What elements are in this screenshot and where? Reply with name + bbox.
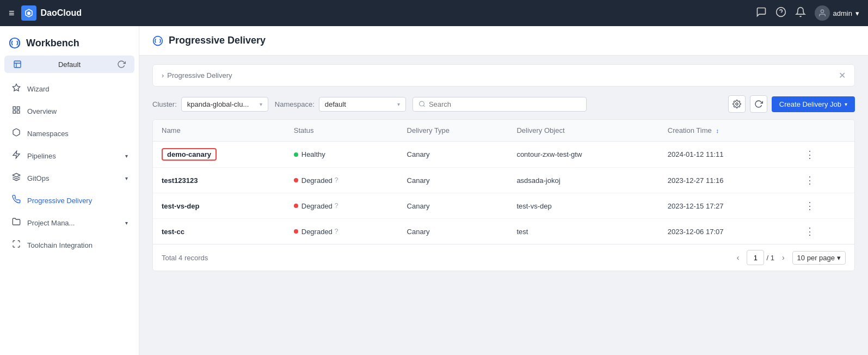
toolbar: Cluster: kpanda-global-clu... ▾ Namespac… <box>152 95 855 113</box>
table-row: test-vs-dep Degraded? Canary test-vs-dep… <box>153 193 854 219</box>
col-actions <box>793 120 854 142</box>
sidebar-item-gitops[interactable]: GitOps ▾ <box>2 167 137 189</box>
name-value[interactable]: demo-canary <box>162 148 217 161</box>
table-row: test123123 Degraded? Canary asdsada-joko… <box>153 168 854 193</box>
prev-page-button[interactable]: ‹ <box>734 251 743 264</box>
breadcrumb-arrow-icon: › <box>162 71 164 79</box>
topnav-right: admin ▾ <box>756 5 859 21</box>
create-delivery-job-button[interactable]: Create Delivery Job ▾ <box>772 96 855 112</box>
breadcrumb-close-icon[interactable]: ✕ <box>839 70 846 81</box>
sidebar-item-pipelines[interactable]: Pipelines ▾ <box>2 145 137 167</box>
cell-name: test-vs-dep <box>153 193 285 219</box>
namespace-select[interactable]: default ▾ <box>319 97 406 112</box>
svg-rect-8 <box>17 111 20 113</box>
cell-delivery-object: contour-zxw-test-gtw <box>508 142 658 168</box>
name-value[interactable]: test-vs-dep <box>162 202 199 210</box>
sidebar-item-label: Overview <box>27 107 57 115</box>
cluster-group: Cluster: kpanda-global-clu... ▾ <box>152 97 268 112</box>
settings-button[interactable] <box>728 95 746 113</box>
name-value[interactable]: test123123 <box>162 176 198 185</box>
workspace-refresh-icon[interactable] <box>117 60 126 69</box>
user-menu[interactable]: admin ▾ <box>815 5 859 21</box>
sidebar-nav: Wizard Overview Namespaces Pipelines ▾ <box>0 77 139 256</box>
breadcrumb-label: Progressive Delivery <box>167 71 232 79</box>
sort-icon[interactable]: ↕ <box>716 127 719 134</box>
cell-delivery-object: asdsada-jokoj <box>508 168 658 193</box>
sidebar-item-wizard[interactable]: Wizard <box>2 78 137 100</box>
status-label: Healthy <box>301 150 325 158</box>
search-icon <box>418 100 426 108</box>
cluster-value: kpanda-global-clu... <box>187 100 249 108</box>
namespace-value: default <box>325 100 346 108</box>
cell-status: Healthy <box>285 142 398 168</box>
overview-icon <box>11 106 22 117</box>
help-icon[interactable] <box>775 7 786 20</box>
create-btn-chevron-icon: ▾ <box>845 101 847 107</box>
breadcrumb: › Progressive Delivery <box>162 71 232 79</box>
sidebar-item-progressive-delivery[interactable]: Progressive Delivery <box>2 189 137 211</box>
svg-point-13 <box>736 103 738 105</box>
sidebar-item-toolchain[interactable]: Toolchain Integration <box>2 234 137 256</box>
table-body: demo-canary Healthy Canary contour-zxw-t… <box>153 142 854 244</box>
sidebar-item-label: Progressive Delivery <box>27 197 92 205</box>
daocloud-logo-icon <box>21 5 36 21</box>
sidebar-item-overview[interactable]: Overview <box>2 100 137 122</box>
name-value[interactable]: test-cc <box>162 228 184 236</box>
more-button[interactable]: ⋮ <box>802 148 818 161</box>
svg-rect-4 <box>14 61 21 68</box>
status-label: Degraded <box>301 176 333 185</box>
project-mana-icon <box>11 217 22 228</box>
chevron-down-icon: ▾ <box>125 220 128 226</box>
svg-line-12 <box>423 106 424 107</box>
more-button[interactable]: ⋮ <box>802 174 818 187</box>
next-page-button[interactable]: › <box>779 251 788 264</box>
sidebar-workbench: Workbench <box>0 26 139 56</box>
cluster-label: Cluster: <box>152 100 177 108</box>
chat-icon[interactable] <box>756 7 767 20</box>
cell-status: Degraded? <box>285 193 398 219</box>
svg-marker-9 <box>13 151 20 158</box>
breadcrumb-bar: › Progressive Delivery ✕ <box>152 64 855 87</box>
cell-creation-time: 2023-12-06 17:07 <box>659 219 793 244</box>
search-input[interactable] <box>429 100 581 108</box>
more-button[interactable]: ⋮ <box>802 225 818 238</box>
cell-creation-time: 2023-12-15 17:27 <box>659 193 793 219</box>
settings-icon <box>732 100 741 108</box>
col-delivery-type: Delivery Type <box>398 120 508 142</box>
per-page-select[interactable]: 10 per page ▾ <box>792 251 846 265</box>
bell-icon[interactable] <box>795 7 806 20</box>
sidebar-item-project-mana[interactable]: Project Mana... ▾ <box>2 212 137 234</box>
chevron-down-icon: ▾ <box>125 175 128 181</box>
user-name: admin <box>833 9 852 17</box>
workspace-icon <box>13 60 22 69</box>
sidebar-item-namespaces[interactable]: Namespaces <box>2 123 137 144</box>
more-button[interactable]: ⋮ <box>802 199 818 212</box>
help-icon[interactable]: ? <box>335 176 338 184</box>
cell-status: Degraded? <box>285 219 398 244</box>
cell-delivery-type: Canary <box>398 219 508 244</box>
search-box[interactable] <box>413 97 587 112</box>
svg-rect-7 <box>13 111 16 113</box>
workbench-icon <box>9 37 21 49</box>
page-info: / 1 <box>747 250 774 265</box>
help-icon[interactable]: ? <box>335 202 338 210</box>
table-row: test-cc Degraded? Canary test 2023-12-06… <box>153 219 854 244</box>
page-separator: / 1 <box>766 254 774 262</box>
table-row: demo-canary Healthy Canary contour-zxw-t… <box>153 142 854 168</box>
page-number-input[interactable] <box>747 250 764 265</box>
cell-more: ⋮ <box>793 219 854 244</box>
user-chevron-icon: ▾ <box>855 9 859 17</box>
hamburger-icon[interactable]: ≡ <box>9 8 15 19</box>
status-dot <box>294 152 298 157</box>
per-page-value: 10 per page <box>797 254 835 262</box>
sidebar-workspace[interactable]: Default <box>4 56 134 73</box>
cluster-select[interactable]: kpanda-global-clu... ▾ <box>181 97 268 112</box>
refresh-button[interactable] <box>750 95 767 113</box>
toolchain-icon <box>11 240 22 250</box>
help-icon[interactable]: ? <box>335 228 338 235</box>
cluster-chevron-icon: ▾ <box>260 101 262 107</box>
namespace-group: Namespace: default ▾ <box>275 97 406 112</box>
refresh-icon <box>754 100 763 108</box>
topnav-logo: DaoCloud <box>21 5 82 21</box>
cell-more: ⋮ <box>793 193 854 219</box>
